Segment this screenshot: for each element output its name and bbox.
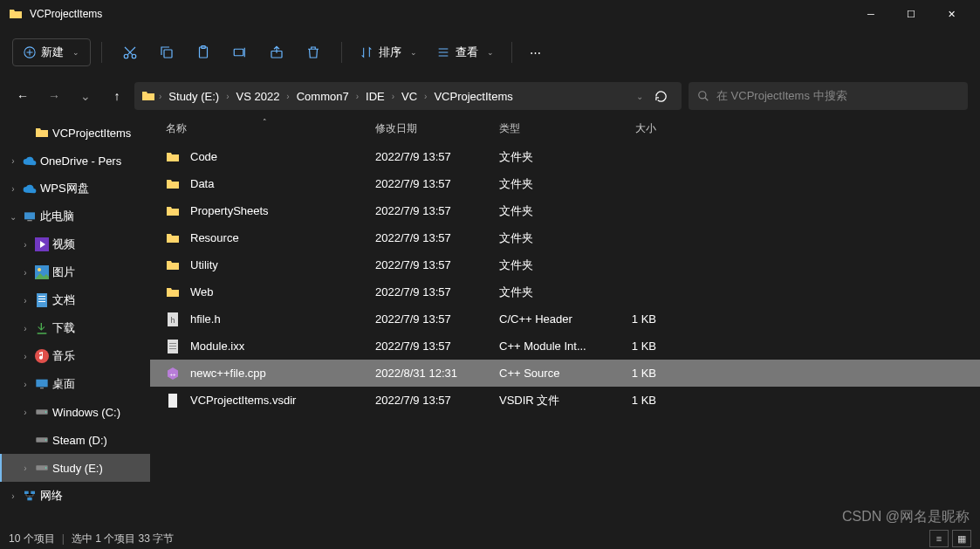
- file-date: 2022/7/9 13:57: [375, 258, 499, 271]
- svg-rect-16: [38, 299, 45, 299]
- chevron-down-icon: ⌄: [487, 48, 494, 57]
- drive-icon: [35, 461, 49, 475]
- breadcrumb-item[interactable]: IDE: [362, 88, 388, 105]
- file-date: 2022/7/9 13:57: [375, 394, 499, 407]
- sidebar-item[interactable]: ›下载: [0, 314, 150, 342]
- details-view-button[interactable]: ≡: [929, 530, 949, 547]
- file-row[interactable]: Data 2022/7/9 13:57 文件夹: [150, 170, 980, 197]
- refresh-button[interactable]: [647, 90, 675, 103]
- folder-icon: [141, 89, 155, 103]
- watermark: CSDN @网名是昵称: [842, 508, 970, 526]
- sidebar-item[interactable]: ›桌面: [0, 370, 150, 398]
- sidebar-item-label: OneDrive - Pers: [40, 154, 121, 168]
- file-size: 1 KB: [602, 367, 663, 380]
- file-row[interactable]: Code 2022/7/9 13:57 文件夹: [150, 143, 980, 170]
- more-button[interactable]: ⋯: [523, 41, 548, 65]
- copy-button[interactable]: [149, 37, 184, 68]
- breadcrumb-item[interactable]: Common7: [293, 88, 353, 105]
- sidebar-item[interactable]: VCProjectItems: [0, 119, 150, 147]
- expand-icon[interactable]: ›: [19, 463, 31, 473]
- close-button[interactable]: ✕: [931, 0, 971, 28]
- file-row[interactable]: PropertySheets 2022/7/9 13:57 文件夹: [150, 197, 980, 224]
- breadcrumb-item[interactable]: VCProjectItems: [430, 88, 516, 105]
- sidebar-item[interactable]: ›图片: [0, 258, 150, 286]
- column-date[interactable]: 修改日期: [375, 121, 499, 136]
- paste-button[interactable]: [186, 37, 221, 68]
- expand-icon[interactable]: ›: [7, 156, 19, 166]
- file-type: C++ Module Int...: [499, 340, 602, 353]
- file-row[interactable]: hhfile.h 2022/7/9 13:57 C/C++ Header 1 K…: [150, 305, 980, 333]
- sidebar-item-label: 桌面: [52, 376, 75, 392]
- expand-icon[interactable]: ›: [19, 408, 31, 417]
- file-type: C/C++ Header: [499, 312, 602, 326]
- file-name: PropertySheets: [190, 204, 269, 217]
- file-list: 名称˄ 修改日期 类型 大小 Code 2022/7/9 13:57 文件夹 D…: [150, 115, 980, 528]
- file-row[interactable]: VCProjectItems.vsdir 2022/7/9 13:57 VSDI…: [150, 387, 980, 414]
- expand-icon[interactable]: ›: [19, 296, 31, 305]
- sidebar-item[interactable]: ›WPS网盘: [0, 175, 150, 202]
- view-label: 查看: [456, 45, 478, 60]
- svg-point-2: [132, 54, 136, 58]
- file-date: 2022/8/31 12:31: [375, 367, 499, 380]
- sidebar-item[interactable]: ›视频: [0, 230, 150, 258]
- view-button[interactable]: 查看 ⌄: [429, 39, 501, 65]
- expand-icon[interactable]: ›: [19, 324, 31, 333]
- svg-text:h: h: [170, 316, 175, 325]
- expand-icon[interactable]: ›: [7, 491, 19, 501]
- file-row[interactable]: Module.ixx 2022/7/9 13:57 C++ Module Int…: [150, 333, 980, 360]
- maximize-button[interactable]: ☐: [891, 0, 931, 28]
- file-row[interactable]: Resource 2022/7/9 13:57 文件夹: [150, 224, 980, 251]
- column-name[interactable]: 名称˄: [150, 121, 375, 136]
- file-name: Web: [190, 285, 214, 299]
- column-type[interactable]: 类型: [499, 121, 602, 136]
- rename-button[interactable]: [223, 37, 257, 68]
- sidebar-item[interactable]: ⌄此电脑: [0, 202, 150, 230]
- minimize-button[interactable]: ─: [851, 0, 891, 28]
- sidebar-item[interactable]: ›Study (E:): [0, 454, 150, 482]
- expand-icon[interactable]: ⌄: [7, 212, 19, 222]
- thumbnails-view-button[interactable]: ▦: [952, 530, 971, 547]
- back-button[interactable]: ←: [12, 86, 33, 106]
- svg-rect-9: [24, 212, 35, 219]
- file-type: 文件夹: [499, 257, 602, 273]
- forward-button[interactable]: →: [44, 86, 65, 106]
- expand-icon[interactable]: ›: [19, 268, 31, 278]
- sidebar-item[interactable]: ›OneDrive - Pers: [0, 147, 150, 175]
- pc-icon: [23, 209, 37, 223]
- sort-button[interactable]: 排序 ⌄: [353, 39, 424, 65]
- breadcrumb-item[interactable]: VS 2022: [232, 88, 283, 105]
- search-placeholder: 在 VCProjectItems 中搜索: [716, 88, 847, 104]
- cut-button[interactable]: [113, 37, 147, 68]
- file-size: 1 KB: [602, 394, 663, 407]
- file-row[interactable]: Web 2022/7/9 13:57 文件夹: [150, 278, 980, 305]
- download-icon: [35, 321, 49, 335]
- search-input[interactable]: 在 VCProjectItems 中搜索: [689, 82, 968, 110]
- address-bar[interactable]: › Study (E:) › VS 2022 › Common7 › IDE ›…: [134, 82, 682, 110]
- sidebar-item[interactable]: ›文档: [0, 286, 150, 314]
- file-icon: [166, 394, 180, 408]
- new-button[interactable]: 新建 ⌄: [12, 38, 91, 66]
- sidebar-item-label: Steam (D:): [52, 434, 107, 447]
- sidebar-item-label: Study (E:): [52, 462, 103, 475]
- file-row[interactable]: Utility 2022/7/9 13:57 文件夹: [150, 251, 980, 278]
- expand-icon[interactable]: ›: [19, 352, 31, 361]
- breadcrumb-item[interactable]: Study (E:): [165, 88, 223, 105]
- window-title: VCProjectItems: [30, 8, 851, 20]
- chevron-down-icon[interactable]: ⌄: [636, 92, 643, 101]
- sidebar-item[interactable]: Steam (D:): [0, 426, 150, 454]
- sidebar-item[interactable]: ›音乐: [0, 342, 150, 370]
- expand-icon[interactable]: ›: [19, 380, 31, 389]
- share-button[interactable]: [259, 37, 294, 68]
- delete-button[interactable]: [296, 37, 331, 68]
- chevron-right-icon: ›: [424, 92, 427, 101]
- sidebar-item[interactable]: ›网络: [0, 482, 150, 510]
- column-size[interactable]: 大小: [602, 121, 663, 136]
- sidebar-item[interactable]: ›Windows (C:): [0, 398, 150, 426]
- file-date: 2022/7/9 13:57: [375, 150, 499, 163]
- file-row[interactable]: ++newc++file.cpp 2022/8/31 12:31 C++ Sou…: [150, 360, 980, 387]
- expand-icon[interactable]: ›: [7, 184, 19, 194]
- up-button[interactable]: ↑: [106, 86, 127, 106]
- breadcrumb-item[interactable]: VC: [398, 88, 421, 105]
- recent-button[interactable]: ⌄: [75, 86, 96, 106]
- expand-icon[interactable]: ›: [19, 240, 31, 250]
